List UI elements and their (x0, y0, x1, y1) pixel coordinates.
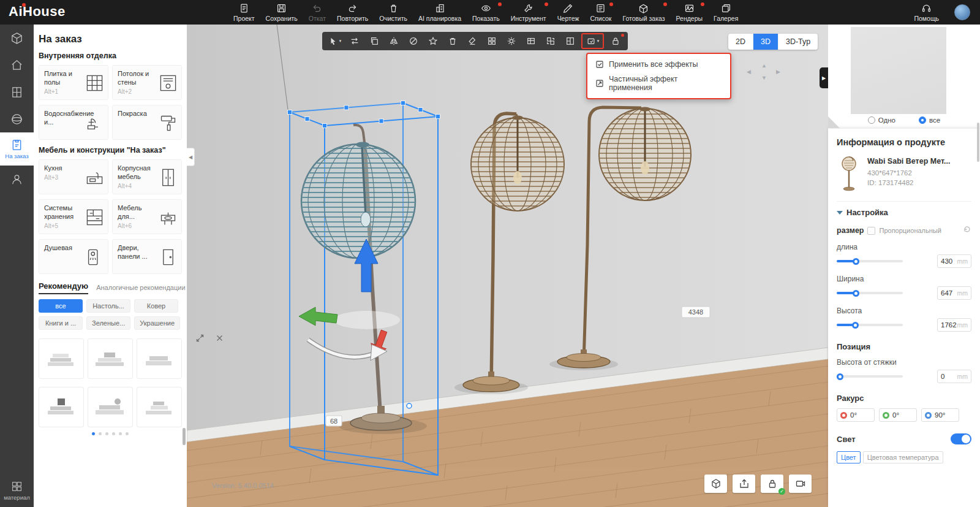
pagination-dot[interactable] (126, 432, 129, 435)
toolbar-item-drawing[interactable]: Чертеж (552, 0, 585, 25)
height-slider[interactable] (837, 319, 903, 331)
export-model-button[interactable] (733, 475, 755, 493)
vt-array-button[interactable] (482, 33, 501, 49)
view-cube-button[interactable] (704, 475, 727, 493)
pagination-dot[interactable] (99, 432, 102, 435)
rail-furniture-button[interactable] (0, 78, 34, 105)
chip-decor[interactable]: Украшение (134, 316, 180, 330)
toolbar-item-renders[interactable]: Рендеры (671, 0, 709, 25)
apply-effects-button[interactable]: ▾ (581, 33, 604, 49)
pan-up-icon[interactable]: ▲ (761, 63, 767, 69)
tab-color-temperature[interactable]: Цветовая температура (863, 451, 943, 463)
vt-eraser-button[interactable] (462, 33, 481, 49)
vt-delete-button[interactable] (443, 33, 462, 49)
pagination-dot[interactable] (119, 432, 122, 435)
menu-item-apply-all-effects[interactable]: Применить все эффекты (587, 57, 730, 72)
left-panel-collapse-button[interactable]: ◀ (187, 148, 195, 166)
toolbar-item-undo[interactable]: Откат (303, 0, 331, 25)
pagination-dot[interactable] (112, 432, 115, 435)
slider-knob[interactable] (837, 373, 843, 380)
vt-layout-button[interactable] (560, 33, 579, 49)
angle-y-input[interactable]: 0° (879, 408, 917, 422)
vt-select-button[interactable]: ▾ (325, 33, 344, 49)
reset-size-icon[interactable] (963, 225, 971, 236)
toolbar-item-show[interactable]: Показать (467, 0, 505, 25)
card-plumbing[interactable]: Водоснабжение и... (39, 105, 108, 140)
tab-color[interactable]: Цвет (837, 451, 861, 463)
slider-knob[interactable] (853, 290, 859, 297)
toolbar-item-list[interactable]: Список (585, 0, 617, 25)
pagination-dot[interactable] (105, 432, 108, 435)
edge-snap-point[interactable] (407, 403, 412, 408)
radio-one[interactable]: Одно (868, 116, 895, 124)
vt-hide-button[interactable] (404, 33, 423, 49)
recs-close-button[interactable] (216, 334, 224, 342)
tab-recommend[interactable]: Рекомендую (39, 281, 88, 294)
vt-replace-button[interactable] (541, 33, 560, 49)
orbit-controls[interactable]: ◀ ▲ ▼ ▶ (745, 61, 793, 86)
pagination-dot[interactable] (92, 432, 95, 435)
pan-down-icon[interactable]: ▼ (761, 75, 767, 81)
chip-plants[interactable]: Зеленые... (86, 316, 130, 330)
length-slider[interactable] (837, 255, 903, 267)
card-storage-systems[interactable]: Системы хранения Alt+5 (39, 199, 108, 234)
mode-3d-button[interactable]: 3D (753, 34, 778, 50)
product-thumbnail[interactable] (39, 387, 84, 427)
product-row[interactable]: Wabi Sabi Ветер Мет... 430*647*1762 ID: … (837, 154, 971, 194)
width-slider[interactable] (837, 287, 903, 299)
proportional-checkbox[interactable] (867, 227, 875, 235)
radio-all[interactable]: все (919, 116, 940, 124)
width-input[interactable]: 647 mm (937, 286, 971, 300)
card-case-furniture[interactable]: Корпусная мебель Alt+4 (112, 159, 182, 194)
angle-x-input[interactable]: 0° (837, 408, 875, 422)
chip-all[interactable]: все (39, 299, 83, 313)
pan-right-icon[interactable]: ▶ (776, 69, 780, 75)
angle-z-input[interactable]: 90° (921, 408, 959, 422)
product-thumbnail[interactable] (88, 338, 133, 379)
right-panel-scrollbar[interactable] (977, 123, 979, 162)
card-painting[interactable]: Покраска (112, 105, 182, 140)
pan-left-icon[interactable]: ◀ (747, 69, 751, 75)
vt-lock-button[interactable] (606, 33, 625, 49)
card-doors-panels[interactable]: Двери, панели ... (112, 239, 182, 274)
product-thumbnail[interactable] (88, 387, 133, 427)
left-panel-scrollbar[interactable] (183, 428, 186, 445)
toolbar-item-ai-planning[interactable]: AI планировка (413, 0, 467, 25)
card-ceiling-walls[interactable]: Потолок и стены Alt+2 (112, 65, 182, 100)
vt-settings-button[interactable] (502, 33, 521, 49)
rail-home-button[interactable] (0, 51, 34, 78)
toolbar-item-redo[interactable]: Повторить (331, 0, 374, 25)
floor-height-input[interactable]: 0 mm (937, 370, 971, 383)
recs-expand-button[interactable] (196, 334, 205, 342)
rail-model-button[interactable] (0, 25, 34, 51)
scene-canvas[interactable]: 4348 68 (187, 25, 828, 507)
slider-knob[interactable] (852, 322, 859, 329)
rail-custom-button[interactable]: На заказ (0, 132, 34, 166)
mode-3d-tour-button[interactable]: 3D-Тур (778, 34, 818, 50)
vt-favorite-button[interactable] (423, 33, 442, 49)
card-shower[interactable]: Душевая (39, 239, 108, 274)
card-tiles-floors[interactable]: Плитка и полы Alt+1 (39, 65, 108, 100)
user-avatar[interactable] (954, 4, 970, 20)
toolbar-item-save[interactable]: Сохранить (260, 0, 303, 25)
product-thumbnail[interactable] (137, 387, 182, 427)
tab-similar-recommendations[interactable]: Аналогичные рекомендации (96, 284, 185, 294)
mode-2d-button[interactable]: 2D (728, 34, 753, 50)
chip-carpet[interactable]: Ковер (134, 299, 178, 313)
product-thumbnail[interactable] (137, 338, 182, 379)
toolbar-item-clear[interactable]: Очистить (374, 0, 413, 25)
lock-status-button[interactable]: ✓ (761, 475, 783, 493)
card-kitchen[interactable]: Кухня Alt+3 (39, 159, 108, 194)
height-input[interactable]: 1762 mm (937, 318, 971, 332)
slider-knob[interactable] (853, 258, 859, 265)
vt-copy-button[interactable] (364, 33, 383, 49)
rail-materials-button[interactable] (0, 105, 34, 132)
chip-books[interactable]: Книги и ... (39, 316, 83, 330)
floor-height-slider[interactable] (837, 370, 903, 383)
vt-mirror-button[interactable] (384, 33, 403, 49)
toolbar-item-project[interactable]: Проект (228, 0, 260, 25)
render-view-button[interactable] (789, 475, 812, 493)
product-thumbnail[interactable] (39, 338, 84, 379)
vt-split-button[interactable] (521, 33, 540, 49)
help-button[interactable]: Помощь (908, 0, 944, 25)
